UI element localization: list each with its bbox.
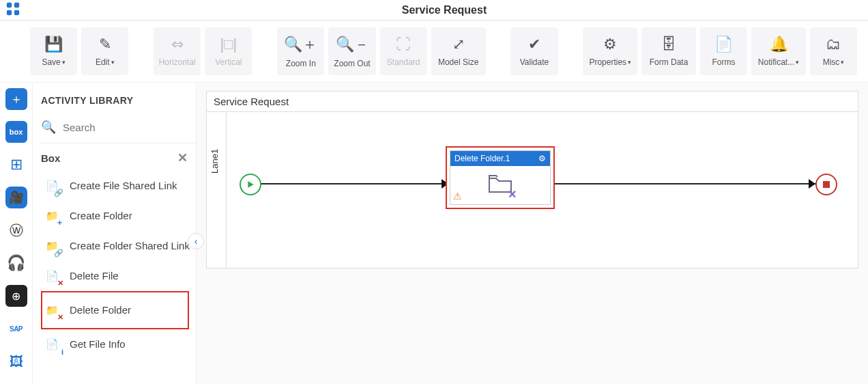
chevron-down-icon: ▾ bbox=[628, 59, 631, 66]
align-vertical-button[interactable]: |□| Vertical bbox=[205, 27, 252, 75]
folder-link-icon: 📁🔗 bbox=[42, 236, 61, 256]
activity-node-delete-folder[interactable]: Delete Folder.1 ⚙ ✕ ⚠ bbox=[446, 146, 555, 209]
collapse-sidebar-button[interactable]: ‹ bbox=[188, 233, 204, 249]
align-vertical-icon: |□| bbox=[220, 36, 237, 53]
align-horizontal-button[interactable]: ⇔ Horizontal bbox=[154, 27, 201, 75]
warning-icon: ⚠ bbox=[453, 191, 462, 202]
gear-icon[interactable]: ⚙ bbox=[538, 154, 546, 163]
zoom-in-icon: 🔍＋ bbox=[284, 34, 317, 55]
folder-plus-icon: 📁＋ bbox=[42, 206, 61, 225]
wordpress-integration-icon[interactable]: ⓦ bbox=[5, 219, 27, 241]
process-canvas[interactable]: Service Request Lane1 Delete Folder.1 ⚙ bbox=[206, 91, 858, 269]
validate-button[interactable]: ✔︎ Validate bbox=[510, 27, 558, 75]
validate-icon: ✔︎ bbox=[528, 36, 540, 53]
fit-icon: ⛶ bbox=[396, 36, 411, 53]
activity-create-folder[interactable]: 📁＋ Create Folder bbox=[41, 201, 196, 231]
sap-integration-icon[interactable]: SAP bbox=[5, 318, 27, 340]
zoom-integration-icon[interactable]: 🎥 bbox=[5, 187, 27, 208]
chevron-down-icon: ▾ bbox=[62, 59, 66, 66]
model-size-button[interactable]: ⤢ Model Size bbox=[431, 27, 486, 75]
svg-rect-2 bbox=[7, 10, 12, 14]
file-link-icon: 📄🔗 bbox=[42, 176, 61, 195]
save-button[interactable]: 💾 Save▾ bbox=[30, 27, 77, 75]
end-node[interactable] bbox=[815, 174, 837, 195]
properties-button[interactable]: ⚙ Properties▾ bbox=[583, 27, 637, 75]
search-box: 🔍 bbox=[41, 115, 196, 143]
svg-rect-1 bbox=[14, 2, 19, 7]
activity-delete-file[interactable]: 📄✕ Delete File bbox=[41, 261, 196, 291]
zoom-in-button[interactable]: 🔍＋ Zoom In bbox=[277, 27, 324, 75]
activity-get-file-info[interactable]: 📄i Get File Info bbox=[41, 329, 196, 359]
start-node[interactable] bbox=[240, 174, 261, 195]
svg-rect-0 bbox=[7, 2, 12, 7]
misc-button[interactable]: 🗂 Misc▾ bbox=[810, 27, 857, 75]
chevron-down-icon: ▾ bbox=[796, 59, 799, 66]
close-group-icon[interactable]: ✕ bbox=[177, 150, 188, 165]
page-title: Service Request bbox=[26, 4, 863, 16]
headset-integration-icon[interactable]: 🎧 bbox=[5, 252, 27, 274]
node-title: Delete Folder.1 bbox=[454, 154, 510, 163]
canvas-title: Service Request bbox=[207, 92, 858, 112]
notifications-button[interactable]: 🔔 Notificat...▾ bbox=[751, 27, 806, 75]
folder-icon: 🗂 bbox=[826, 36, 841, 53]
activity-create-folder-shared-link[interactable]: 📁🔗 Create Folder Shared Link bbox=[41, 231, 196, 261]
activity-create-file-shared-link[interactable]: 📄🔗 Create File Shared Link bbox=[41, 171, 196, 201]
edit-button[interactable]: ✎ Edit▾ bbox=[81, 27, 128, 75]
integration-rail: ＋ box ⊞ 🎥 ⓦ 🎧 ⊕ SAP 🖼 bbox=[0, 83, 33, 384]
folder-delete-icon: 📁✕ bbox=[42, 301, 61, 320]
forms-button[interactable]: 📄 Forms bbox=[700, 27, 747, 75]
document-icon: 📄 bbox=[714, 36, 733, 53]
zoom-standard-button[interactable]: ⛶ Standard bbox=[380, 27, 427, 75]
box-integration-icon[interactable]: box bbox=[5, 121, 27, 143]
database-icon: 🗄 bbox=[661, 36, 676, 53]
folder-delete-icon: ✕ bbox=[488, 173, 512, 198]
toolbar: 💾 Save▾ ✎ Edit▾ ⇔ Horizontal |□| Vertica… bbox=[0, 20, 868, 83]
chevron-down-icon: ▾ bbox=[841, 59, 844, 66]
form-data-button[interactable]: 🗄 Form Data bbox=[641, 27, 696, 75]
expand-icon: ⤢ bbox=[452, 36, 465, 53]
image-integration-icon[interactable]: 🖼 bbox=[5, 351, 27, 372]
search-input[interactable] bbox=[61, 121, 193, 134]
align-horizontal-icon: ⇔ bbox=[171, 36, 184, 53]
windows-integration-icon[interactable]: ⊞ bbox=[5, 154, 27, 176]
save-icon: 💾 bbox=[44, 36, 63, 53]
lane-divider bbox=[226, 112, 227, 268]
activity-library-sidebar: ACTIVITY LIBRARY 🔍 Box ✕ 📄🔗 Create File … bbox=[33, 83, 197, 384]
svg-marker-4 bbox=[248, 181, 253, 188]
add-integration-button[interactable]: ＋ bbox=[5, 88, 27, 110]
zoom-out-icon: 🔍－ bbox=[336, 34, 369, 55]
app-icon[interactable] bbox=[5, 1, 20, 19]
svg-rect-5 bbox=[823, 181, 830, 188]
chevron-down-icon: ▾ bbox=[111, 59, 115, 66]
file-info-icon: 📄i bbox=[42, 335, 61, 354]
group-header-box: Box ✕ bbox=[41, 143, 196, 171]
sidebar-title: ACTIVITY LIBRARY bbox=[41, 88, 196, 115]
edit-icon: ✎ bbox=[99, 36, 111, 53]
svg-rect-3 bbox=[14, 10, 19, 14]
search-icon: 🔍 bbox=[41, 120, 56, 135]
canvas-area: Service Request Lane1 Delete Folder.1 ⚙ bbox=[197, 83, 868, 384]
zoom-out-button[interactable]: 🔍－ Zoom Out bbox=[328, 27, 375, 75]
activity-delete-folder[interactable]: 📁✕ Delete Folder bbox=[41, 291, 189, 329]
gear-icon: ⚙ bbox=[603, 36, 617, 53]
grid-integration-icon[interactable]: ⊕ bbox=[5, 285, 27, 307]
bell-icon: 🔔 bbox=[770, 36, 788, 53]
arrowhead-icon bbox=[809, 179, 815, 189]
file-delete-icon: 📄✕ bbox=[42, 266, 61, 286]
lane-label: Lane1 bbox=[209, 149, 220, 174]
